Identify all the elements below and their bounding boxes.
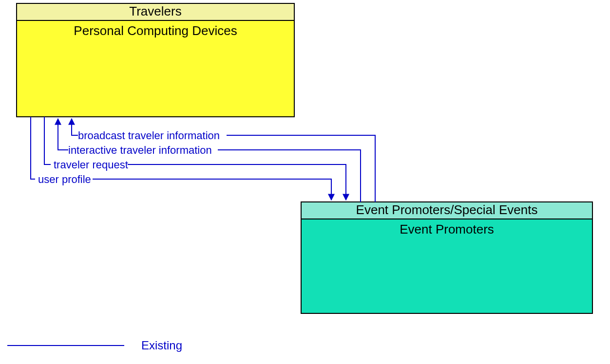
node-travelers: Travelers Personal Computing Devices — [17, 3, 294, 117]
architecture-diagram: Travelers Personal Computing Devices Eve… — [0, 0, 610, 364]
legend-existing-label: Existing — [141, 339, 182, 352]
flow-interactive-label: interactive traveler information — [68, 144, 212, 156]
flow-traveler-request-label: traveler request — [54, 159, 128, 171]
legend-existing: Existing — [7, 339, 182, 352]
node-event-header: Event Promoters/Special Events — [356, 202, 538, 217]
flow-user-profile-label: user profile — [38, 173, 91, 185]
node-travelers-header: Travelers — [129, 4, 181, 18]
node-event-promoters: Event Promoters/Special Events Event Pro… — [301, 202, 592, 313]
node-event-body: Event Promoters — [400, 222, 494, 237]
flow-broadcast-label: broadcast traveler information — [78, 129, 220, 142]
node-travelers-body: Personal Computing Devices — [74, 23, 237, 38]
